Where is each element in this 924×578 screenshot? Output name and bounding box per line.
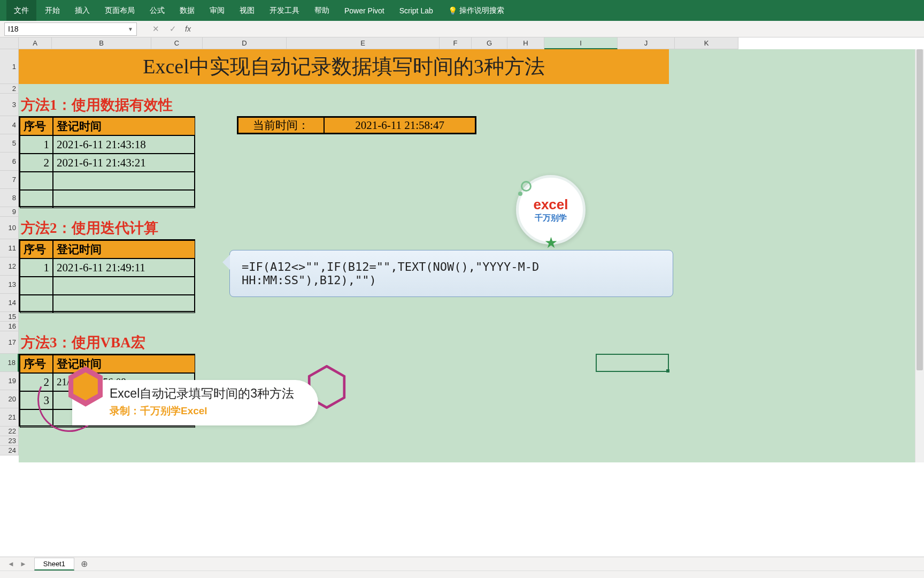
sheet-tab[interactable]: Sheet1	[34, 558, 74, 571]
tab-data[interactable]: 数据	[172, 0, 202, 21]
row-header-15[interactable]: 15	[0, 312, 19, 322]
decorative-dot-icon	[518, 192, 522, 196]
row-header-5[interactable]: 5	[0, 134, 19, 153]
table-cell[interactable]: 2021-6-11 21:43:18	[53, 135, 195, 154]
tell-me[interactable]: 💡 操作说明搜索	[441, 0, 512, 21]
worksheet-grid[interactable]: ABCDEFGHIJK 1234567891011121314151617181…	[0, 37, 924, 462]
row-header-23[interactable]: 23	[0, 436, 19, 446]
table-cell[interactable]: 1	[20, 135, 53, 154]
row-header-17[interactable]: 17	[0, 331, 19, 354]
select-all-corner[interactable]	[0, 37, 19, 49]
video-banner: Excel自动记录填写时间的3种方法 录制：千万别学Excel	[72, 380, 318, 425]
row-header-16[interactable]: 16	[0, 322, 19, 331]
row-header-18[interactable]: 18	[0, 354, 19, 372]
banner-sub: 录制：千万别学Excel	[110, 404, 305, 418]
method1-col-time: 登记时间	[53, 117, 195, 135]
name-box-value: I18	[8, 25, 18, 33]
vertical-scrollbar[interactable]	[915, 49, 924, 462]
tab-file[interactable]: 文件	[6, 0, 36, 21]
table-cell[interactable]: 1	[20, 258, 53, 277]
tab-developer[interactable]: 开发工具	[262, 0, 307, 21]
method1-heading: 方法1：使用数据有效性	[19, 94, 211, 116]
table-cell[interactable]: 2	[20, 154, 53, 172]
col-header-J[interactable]: J	[618, 37, 675, 49]
col-header-F[interactable]: F	[440, 37, 472, 49]
fx-icon[interactable]: fx	[185, 25, 191, 33]
current-time-label: 当前时间：	[238, 117, 324, 133]
row-header-11[interactable]: 11	[0, 239, 19, 257]
table-cell[interactable]: 2021-6-11 21:43:21	[53, 154, 195, 172]
table-cell[interactable]	[53, 277, 195, 295]
row-header-2[interactable]: 2	[0, 84, 19, 94]
row-header-9[interactable]: 9	[0, 207, 19, 217]
current-time-value: 2021-6-11 21:58:47	[324, 117, 475, 133]
formula-input[interactable]	[195, 23, 920, 35]
table-cell[interactable]	[20, 295, 53, 313]
logo-text-2: 千万别学	[535, 213, 567, 223]
table-cell[interactable]: 2021-6-11 21:49:11	[53, 258, 195, 277]
tab-page-layout[interactable]: 页面布局	[97, 0, 142, 21]
row-header-21[interactable]: 21	[0, 408, 19, 427]
decorative-circle-icon	[521, 181, 532, 192]
formula-tooltip: =IF(A12<>"",IF(B12="",TEXT(NOW(),"YYYY-M…	[229, 250, 673, 297]
active-cell-indicator	[596, 354, 669, 372]
hexagon-badge-icon	[67, 365, 104, 408]
current-time-box: 当前时间： 2021-6-11 21:58:47	[237, 116, 476, 134]
row-header-6[interactable]: 6	[0, 153, 19, 171]
col-header-E[interactable]: E	[287, 37, 440, 49]
tab-insert[interactable]: 插入	[67, 0, 97, 21]
method2-heading: 方法2：使用迭代计算	[19, 217, 211, 239]
table-cell[interactable]	[20, 190, 53, 208]
formula-bar: I18 ▼ ✕ ✓ fx	[0, 21, 924, 37]
tab-home[interactable]: 开始	[37, 0, 67, 21]
row-header-12[interactable]: 12	[0, 257, 19, 276]
col-header-I[interactable]: I	[544, 37, 618, 49]
confirm-formula-icon[interactable]: ✓	[168, 24, 178, 34]
col-header-D[interactable]: D	[203, 37, 287, 49]
method1-col-seq: 序号	[20, 117, 53, 135]
tab-power-pivot[interactable]: Power Pivot	[337, 0, 392, 21]
row-header-14[interactable]: 14	[0, 294, 19, 312]
row-header-22[interactable]: 22	[0, 427, 19, 436]
method1-table: 序号 登记时间 1 2021-6-11 21:43:18 2 2021-6-11…	[19, 116, 195, 207]
row-header-1[interactable]: 1	[0, 49, 19, 84]
star-icon: ★	[544, 234, 558, 252]
tab-view[interactable]: 视图	[232, 0, 262, 21]
channel-logo: excel 千万别学 ★	[516, 175, 586, 245]
tab-formulas[interactable]: 公式	[142, 0, 172, 21]
row-header-10[interactable]: 10	[0, 217, 19, 239]
method2-col-seq: 序号	[20, 240, 53, 258]
row-header-8[interactable]: 8	[0, 189, 19, 207]
row-header-13[interactable]: 13	[0, 276, 19, 294]
tab-script-lab[interactable]: Script Lab	[392, 0, 441, 21]
ribbon-tabs: 文件 开始 插入 页面布局 公式 数据 审阅 视图 开发工具 帮助 Power …	[0, 0, 924, 21]
row-header-4[interactable]: 4	[0, 116, 19, 134]
col-header-C[interactable]: C	[151, 37, 203, 49]
name-box[interactable]: I18 ▼	[4, 22, 137, 36]
row-header-7[interactable]: 7	[0, 171, 19, 189]
row-header-20[interactable]: 20	[0, 390, 19, 408]
col-header-B[interactable]: B	[52, 37, 151, 49]
prev-sheet-icon[interactable]: ◄	[5, 560, 17, 568]
add-sheet-icon[interactable]: ⊕	[75, 559, 93, 569]
col-header-G[interactable]: G	[472, 37, 507, 49]
row-header-24[interactable]: 24	[0, 446, 19, 455]
table-cell[interactable]	[20, 277, 53, 295]
tab-help[interactable]: 帮助	[307, 0, 337, 21]
col-header-K[interactable]: K	[675, 37, 738, 49]
row-header-3[interactable]: 3	[0, 94, 19, 116]
col-header-H[interactable]: H	[507, 37, 544, 49]
table-cell[interactable]	[53, 295, 195, 313]
table-cell[interactable]	[20, 172, 53, 190]
tab-review[interactable]: 审阅	[202, 0, 232, 21]
cancel-formula-icon[interactable]: ✕	[151, 24, 160, 34]
tell-me-label: 操作说明搜索	[459, 6, 504, 16]
col-header-A[interactable]: A	[19, 37, 52, 49]
status-bar	[0, 571, 924, 578]
next-sheet-icon[interactable]: ►	[18, 560, 29, 568]
row-header-19[interactable]: 19	[0, 372, 19, 390]
chevron-down-icon[interactable]: ▼	[128, 26, 133, 32]
table-cell[interactable]	[53, 190, 195, 208]
scroll-thumb[interactable]	[917, 49, 923, 370]
table-cell[interactable]	[53, 172, 195, 190]
